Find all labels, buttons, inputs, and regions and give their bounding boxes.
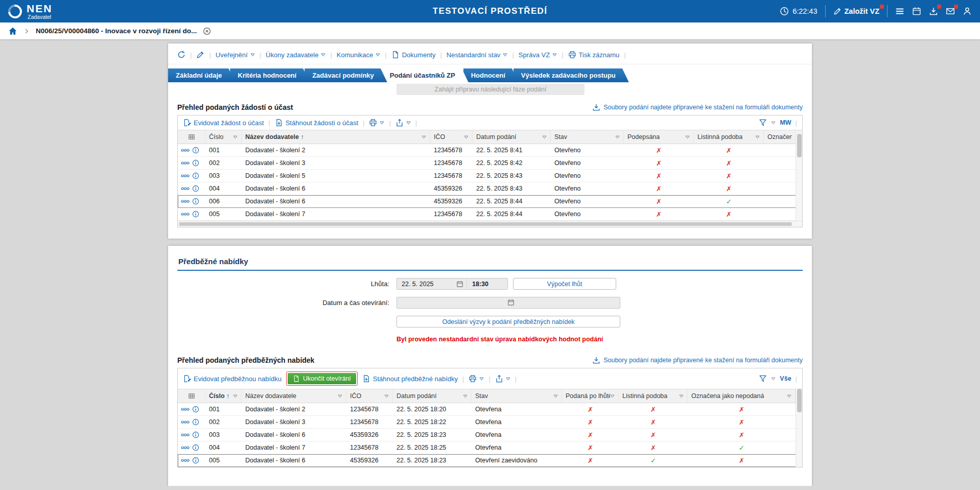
filter-caret-icon[interactable]: [463, 394, 468, 398]
scrollbar-thumb[interactable]: [797, 389, 802, 412]
bid-row[interactable]: 004 Dodavatel - školení 7 12345678 22. 5…: [178, 441, 802, 454]
tab-vysledek-zadavaciho-postupu[interactable]: Výsledek zadávacího postupu: [514, 68, 629, 82]
filter-caret-icon[interactable]: [755, 135, 760, 139]
deadline-time-value[interactable]: 18:30: [466, 278, 507, 289]
view-selector[interactable]: MW: [780, 119, 791, 126]
filter-caret-icon[interactable]: [685, 135, 690, 139]
filter-caret-icon[interactable]: [384, 394, 389, 398]
column-cislo[interactable]: Číslo ↑: [205, 389, 242, 403]
column-ico[interactable]: IČO: [430, 130, 473, 144]
calendar-button[interactable]: [912, 7, 921, 16]
column-stav[interactable]: Stav: [551, 130, 624, 144]
row-more-icon[interactable]: [181, 174, 190, 178]
menu-nestandardni-stav[interactable]: Nestandardní stav: [447, 51, 508, 59]
row-info-icon[interactable]: [192, 147, 199, 154]
send-invitation-button[interactable]: Odeslání výzvy k podání předběžných nabí…: [396, 316, 620, 328]
application-row[interactable]: 005 Dodavatel - školení 7 12345678 22. 5…: [178, 208, 802, 221]
date-picker-button[interactable]: [453, 281, 466, 288]
filter-icon[interactable]: [759, 375, 767, 383]
column-listinna-podoba[interactable]: Listinná podoba: [694, 130, 764, 144]
column-datum-podani[interactable]: Datum podání: [473, 130, 551, 144]
tab-zadavaci-podminky[interactable]: Zadávací podmínky: [305, 68, 387, 82]
menu-button[interactable]: [895, 7, 904, 16]
vertical-scrollbar[interactable]: [796, 133, 802, 221]
vypocet-lhut-button[interactable]: Výpočet lhůt: [513, 278, 616, 290]
bid-row[interactable]: 002 Dodavatel - školení 3 12345678 22. 5…: [178, 416, 802, 429]
view-caret-icon[interactable]: [771, 377, 776, 381]
filter-caret-icon[interactable]: [233, 135, 238, 139]
filter-caret-icon[interactable]: [464, 135, 469, 139]
filter-caret-icon[interactable]: [610, 394, 615, 398]
print-button[interactable]: [469, 375, 484, 383]
downloads-button[interactable]: [929, 7, 938, 16]
stahnout-nabidky-button[interactable]: Stáhnout předběžné nabídky: [362, 375, 458, 383]
row-more-icon[interactable]: [181, 161, 190, 165]
column-nazev-dodavatele[interactable]: Název dodavatele: [242, 389, 346, 403]
row-more-icon[interactable]: [181, 212, 190, 216]
menu-komunikace[interactable]: Komunikace: [337, 51, 381, 59]
column-nazev-dodavatele[interactable]: Název dodavatele ↑: [242, 130, 430, 144]
menu-ukony-zadavatele[interactable]: Úkony zadavatele: [266, 51, 325, 59]
row-more-icon[interactable]: [181, 407, 190, 411]
deadline-datetime-input[interactable]: 22. 5. 2025 18:30: [396, 278, 508, 290]
row-info-icon[interactable]: [192, 418, 199, 426]
evidovat-zadost-button[interactable]: Evidovat žádost o účast: [183, 119, 264, 127]
tab-kriteria-hodnoceni[interactable]: Kritéria hodnocení: [230, 68, 310, 82]
application-row[interactable]: 004 Dodavatel - školení 6 45359326 22. 5…: [178, 182, 802, 195]
tab-zakladni-udaje[interactable]: Základní údaje: [168, 68, 235, 82]
bids-files-link[interactable]: Soubory podání najdete připravené ke sta…: [592, 356, 803, 364]
nen-brand[interactable]: NEN Zadavatel: [8, 3, 52, 20]
row-more-icon[interactable]: [181, 433, 190, 437]
edit-icon[interactable]: [196, 51, 204, 59]
horizontal-scrollbar[interactable]: [178, 221, 802, 227]
row-more-icon[interactable]: [181, 199, 190, 203]
filter-caret-icon[interactable]: [542, 135, 547, 139]
column-stav[interactable]: Stav: [472, 389, 562, 403]
applications-files-link[interactable]: Soubory podání najdete připravené ke sta…: [592, 103, 803, 111]
column-settings[interactable]: [178, 130, 205, 144]
bid-row[interactable]: 001 Dodavatel - školení 2 12345678 22. 5…: [178, 403, 802, 416]
bid-row[interactable]: 005 Dodavatel - školení 6 45359326 22. 5…: [178, 454, 802, 467]
export-button[interactable]: [495, 375, 510, 383]
menu-sprava-vz[interactable]: Správa VZ: [519, 51, 557, 59]
column-podana-po-lhute[interactable]: Podaná po lhůtě: [562, 389, 619, 403]
application-row[interactable]: 001 Dodavatel - školení 2 12345678 22. 5…: [178, 144, 802, 157]
column-oznacena[interactable]: Označena jako nepodaná: [764, 130, 796, 144]
date-picker-button[interactable]: [507, 299, 515, 308]
tab-podani-ucastniku-zp[interactable]: Podání účastníků ZP: [382, 68, 469, 82]
column-cislo[interactable]: Číslo: [205, 130, 242, 144]
tab-hodnoceni[interactable]: Hodnocení: [463, 68, 519, 82]
phase-button[interactable]: Zahájit přípravu následující fáze podání: [396, 84, 585, 95]
scrollbar-thumb[interactable]: [179, 222, 792, 226]
application-row[interactable]: 002 Dodavatel - školení 3 12345678 22. 5…: [178, 157, 802, 170]
view-selector[interactable]: Vše: [780, 375, 791, 382]
menu-uverejneni[interactable]: Uveřejnění: [216, 51, 255, 59]
row-info-icon[interactable]: [192, 159, 199, 167]
filter-caret-icon[interactable]: [338, 394, 342, 398]
application-row[interactable]: 003 Dodavatel - školení 5 12345678 22. 5…: [178, 170, 802, 182]
row-info-icon[interactable]: [192, 211, 199, 218]
stahnout-zadosti-button[interactable]: Stáhnout žádosti o účast: [275, 119, 358, 127]
row-info-icon[interactable]: [192, 457, 199, 464]
column-oznacena-jako-nepodana[interactable]: Označena jako nepodaná: [688, 389, 796, 403]
filter-caret-icon[interactable]: [679, 394, 684, 398]
print-button[interactable]: [369, 119, 384, 127]
menu-tisk-zaznamu[interactable]: Tisk záznamu: [568, 51, 620, 59]
row-info-icon[interactable]: [192, 431, 199, 438]
column-listinna-podoba[interactable]: Listinná podoba: [619, 389, 688, 403]
create-vz-button[interactable]: Založit VZ: [833, 7, 879, 15]
home-icon[interactable]: [8, 27, 17, 36]
column-settings[interactable]: [178, 389, 205, 403]
row-more-icon[interactable]: [181, 458, 190, 462]
application-row[interactable]: 006 Dodavatel - školení 6 45359326 22. 5…: [178, 195, 802, 208]
filter-caret-icon[interactable]: [422, 135, 426, 139]
messages-button[interactable]: [946, 7, 955, 16]
row-more-icon[interactable]: [181, 148, 190, 152]
row-info-icon[interactable]: [192, 406, 199, 413]
column-datum-podani[interactable]: Datum podání: [393, 389, 472, 403]
filter-caret-icon[interactable]: [615, 135, 620, 139]
column-ico[interactable]: IČO: [346, 389, 393, 403]
filter-caret-icon[interactable]: [553, 394, 558, 398]
row-more-icon[interactable]: [181, 446, 190, 450]
row-info-icon[interactable]: [192, 198, 199, 205]
